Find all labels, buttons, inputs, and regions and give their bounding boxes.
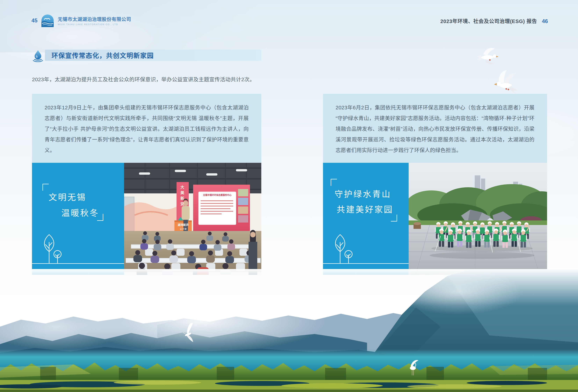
activity-card-left: 2023年12月9日上午，由集团牵头组建的无锡市锡环环保志愿服务中心（包含太湖湖…: [32, 94, 261, 275]
quote-close-mark: [391, 215, 397, 221]
group-shadow: [430, 252, 534, 259]
company-logo-icon: [41, 14, 54, 27]
slogan-line2: 共建美好家园: [337, 203, 393, 215]
ground-line: [32, 263, 124, 264]
dove-icon: [491, 70, 520, 96]
screen-title: 无锡市锡环环保志愿服务中心: [199, 193, 235, 197]
activity-textbox-right: 2023年6月2日，集团依托无锡市锡环环保志愿服务中心（包含太湖湖泊志愿者）开展…: [323, 94, 547, 163]
page-number-right: 46: [542, 18, 548, 24]
company-name-cn: 无锡市太湖湖泊治理股份有限公司: [58, 16, 131, 22]
page-header-left: 45 无锡市太湖湖泊治理股份有限公司 WUXI TAIHU LAKE RESTO…: [31, 14, 131, 27]
classroom-illustration: [124, 163, 261, 275]
landscape-top-fade: [0, 269, 578, 306]
classroom-photo: 大美新安 无锡市锡环环保志愿服务中心 湖湾新声 公开课: [124, 163, 261, 275]
company-name-en: WUXI TAIHU LAKE RESTORATION CO., LTD: [58, 23, 131, 26]
slogan-line2: 温暖秋冬: [61, 206, 99, 218]
park-volunteers-photo: [409, 163, 547, 275]
section-intro: 2023年，太湖湖泊为提升员工及社会公众的环保意识，举办公益宣讲及主题宣传活动共…: [32, 75, 417, 83]
banner-text: 大美新安: [179, 185, 185, 225]
stump: [414, 222, 421, 229]
tree-icon: [40, 234, 63, 263]
tree-icon: [331, 234, 354, 263]
report-title: 2023年环境、社会及公司治理(ESG) 报告: [440, 17, 537, 24]
section-banner: 环保宣传常态化，共创文明新家园: [45, 50, 261, 61]
section-title: 环保宣传常态化，共创文明新家园: [51, 50, 154, 60]
activity-paragraph-right: 2023年6月2日，集团依托无锡市锡环环保志愿服务中心（包含太湖湖泊志愿者）开展…: [336, 102, 534, 155]
activity-textbox-left: 2023年12月9日上午，由集团牵头组建的无锡市锡环环保志愿服务中心（包含太湖湖…: [32, 94, 261, 163]
projection-screen: [193, 185, 250, 231]
lake-landscape-photo: [0, 269, 578, 392]
quote-close-mark: [97, 214, 103, 221]
marsh: [0, 380, 578, 392]
dove-icon: [475, 47, 502, 67]
quote-open-mark: [43, 184, 49, 191]
slogan-panel-right: 守护绿水青山 共建美好家园: [323, 163, 409, 275]
activity-paragraph-left: 2023年12月9日上午，由集团牵头组建的无锡市锡环环保志愿服务中心（包含太湖湖…: [45, 102, 249, 155]
group-shadow: [431, 245, 533, 252]
esg-report-spread: 45 无锡市太湖湖泊治理股份有限公司 WUXI TAIHU LAKE RESTO…: [0, 0, 578, 392]
company-names: 无锡市太湖湖泊治理股份有限公司 WUXI TAIHU LAKE RESTORAT…: [58, 16, 131, 26]
slogan-line1: 文明无锡: [48, 190, 86, 203]
park-illustration: [409, 163, 547, 275]
activity-card-right: 2023年6月2日，集团依托无锡市锡环环保志愿服务中心（包含太湖湖泊志愿者）开展…: [323, 94, 547, 275]
page-header-right: 2023年环境、社会及公司治理(ESG) 报告 46: [440, 17, 548, 24]
podium-text-line2: 公开课: [175, 227, 191, 230]
page-number-left: 45: [31, 17, 37, 24]
slogan-panel-left: 文明无锡 温暖秋冬: [32, 163, 124, 275]
water-drop-icon: [33, 50, 43, 62]
slogan-line1: 守护绿水青山: [335, 187, 391, 200]
ground-line: [323, 263, 409, 264]
podium-text-line1: 湖湾新声: [175, 222, 191, 227]
quote-open-mark: [331, 179, 337, 186]
